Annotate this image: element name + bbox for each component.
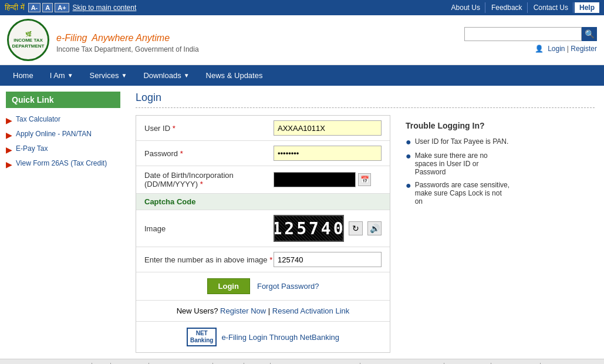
nav-downloads[interactable]: Downloads ▼ xyxy=(135,65,197,86)
search-bar: 🔍 xyxy=(464,27,597,41)
list-item: ▶ Apply Online - PAN/TAN xyxy=(6,127,120,142)
nav-services[interactable]: Services ▼ xyxy=(82,65,136,86)
about-us-link[interactable]: About Us xyxy=(447,2,485,13)
font-normal-button[interactable]: A xyxy=(42,3,53,12)
tax-calculator-link[interactable]: Tax Calculator xyxy=(16,115,60,123)
top-bar-right: About Us Feedback Contact Us Help xyxy=(447,2,599,13)
list-item: ▶ E-Pay Tax xyxy=(6,142,120,157)
feedback-link[interactable]: Feedback xyxy=(487,2,528,13)
login-title: Login xyxy=(136,92,595,108)
government-logo: 🌿INCOME TAXDEPARTMENT xyxy=(7,19,49,61)
logo-subtitle: Income Tax Department, Government of Ind… xyxy=(56,45,199,53)
bullet-icon: ● xyxy=(406,181,411,190)
bullet-icon: ● xyxy=(406,137,411,147)
dob-row: Date of Birth/Incorporation (DD/MM/YYYY)… xyxy=(136,166,390,194)
chevron-down-icon: ▼ xyxy=(121,72,127,79)
register-now-link[interactable]: Register Now xyxy=(220,306,266,315)
font-decrease-button[interactable]: A- xyxy=(28,3,41,12)
apply-pan-tan-link[interactable]: Apply Online - PAN/TAN xyxy=(16,130,92,138)
password-label: Password * xyxy=(144,149,274,158)
user-icon: 👤 xyxy=(535,45,544,53)
captcha-refresh-button[interactable]: ↻ xyxy=(349,221,363,235)
new-users-row: New Users? Register Now | Resend Activat… xyxy=(136,301,390,322)
e-pay-tax-link[interactable]: E-Pay Tax xyxy=(16,144,48,153)
captcha-image: 125740 xyxy=(274,215,344,242)
chevron-down-icon: ▼ xyxy=(68,72,73,79)
trouble-title: Trouble Logging In? xyxy=(406,121,511,130)
bullet-icon: ▶ xyxy=(6,160,12,169)
top-bar: हिन्दी में A- A A+ Skip to main content … xyxy=(0,0,604,15)
captcha-audio-button[interactable]: 🔊 xyxy=(367,221,382,235)
netbanking-row: NET Banking e-Filing Login Through NetBa… xyxy=(136,322,390,352)
content-area: Quick Link ▶ Tax Calculator ▶ Apply Onli… xyxy=(0,86,604,359)
captcha-image-row: Image 125740 ↻ 🔊 xyxy=(136,210,390,247)
netbanking-link[interactable]: e-Filing Login Through NetBanking xyxy=(221,333,339,342)
list-item: ▶ View Form 26AS (Tax Credit) xyxy=(6,157,120,171)
list-item: ● Make sure there are no spaces in User … xyxy=(406,149,511,178)
tagline: Anywhere Anytime xyxy=(92,33,170,43)
login-link[interactable]: Login xyxy=(548,45,565,53)
dob-input[interactable] xyxy=(274,172,356,187)
captcha-section-header: Captcha Code xyxy=(136,194,390,210)
logo-text-block: e-Filing Anywhere Anytime Income Tax Dep… xyxy=(56,26,199,53)
main-content: Login User ID * Password * xyxy=(126,86,604,359)
password-row: Password * xyxy=(136,141,390,166)
hindi-text: हिन्दी में xyxy=(5,3,25,12)
list-item: ● Passwords are case sensitive, make sur… xyxy=(406,178,511,208)
bullet-icon: ● xyxy=(406,151,411,161)
help-link[interactable]: Help xyxy=(575,2,599,13)
bullet-icon: ▶ xyxy=(6,130,12,140)
header: 🌿INCOME TAXDEPARTMENT e-Filing Anywhere … xyxy=(0,15,604,65)
user-id-row: User ID * xyxy=(136,116,390,141)
contact-us-link[interactable]: Contact Us xyxy=(529,2,573,13)
image-label: Image xyxy=(144,224,274,233)
resend-activation-link[interactable]: Resend Activation Link xyxy=(272,306,350,315)
header-right: 🔍 👤 Login | Register xyxy=(464,27,597,53)
bullet-icon: ▶ xyxy=(6,145,12,154)
date-input-group: 📅 xyxy=(274,172,371,187)
required-marker: * xyxy=(200,180,203,188)
search-button[interactable]: 🔍 xyxy=(582,27,597,41)
list-item: ● User ID for Tax Payee is PAN. xyxy=(406,135,511,149)
login-register-links: 👤 Login | Register xyxy=(535,45,597,53)
register-link[interactable]: Register xyxy=(571,45,597,53)
trouble-box: Trouble Logging In? ● User ID for Tax Pa… xyxy=(400,115,517,353)
nav-news-updates[interactable]: News & Updates xyxy=(198,65,271,86)
forgot-password-link[interactable]: Forgot Password? xyxy=(257,282,319,291)
captcha-input-row: Enter the number as in above image * xyxy=(136,247,390,272)
navbar: Home I Am ▼ Services ▼ Downloads ▼ News … xyxy=(0,65,604,86)
login-button[interactable]: Login xyxy=(207,278,250,294)
view-form-26as-link[interactable]: View Form 26AS (Tax Credit) xyxy=(16,159,107,167)
required-marker: * xyxy=(180,149,183,158)
password-input[interactable] xyxy=(274,146,382,161)
captcha-image-box: 125740 ↻ 🔊 xyxy=(274,215,382,242)
search-input[interactable] xyxy=(464,27,582,41)
top-bar-left: हिन्दी में A- A A+ Skip to main content xyxy=(5,3,136,12)
login-form: User ID * Password * Date of B xyxy=(136,115,390,353)
user-id-input[interactable] xyxy=(274,120,382,136)
netbanking-badge: NET Banking xyxy=(187,328,217,346)
sidebar: Quick Link ▶ Tax Calculator ▶ Apply Onli… xyxy=(0,86,126,359)
header-logo: 🌿INCOME TAXDEPARTMENT e-Filing Anywhere … xyxy=(7,19,199,61)
nav-i-am[interactable]: I Am ▼ xyxy=(42,65,82,86)
efiling-title: e-Filing Anywhere Anytime xyxy=(56,26,199,45)
list-item: ▶ Tax Calculator xyxy=(6,113,120,127)
dob-label: Date of Birth/Incorporation (DD/MM/YYYY)… xyxy=(144,171,274,188)
quick-link-title: Quick Link xyxy=(6,92,120,108)
enter-number-label: Enter the number as in above image * xyxy=(144,255,274,264)
nav-home[interactable]: Home xyxy=(5,65,42,86)
skip-main-content-link[interactable]: Skip to main content xyxy=(73,4,137,12)
footer: Hyperlinking Policy RTI Grievance IRS Of… xyxy=(0,359,604,364)
form-buttons-row: Login Forgot Password? xyxy=(136,272,390,301)
login-area: User ID * Password * Date of B xyxy=(136,115,595,353)
captcha-input[interactable] xyxy=(274,252,382,267)
chevron-down-icon: ▼ xyxy=(184,72,190,79)
trouble-list: ● User ID for Tax Payee is PAN. ● Make s… xyxy=(406,135,511,208)
user-id-label: User ID * xyxy=(144,124,274,133)
quick-link-list: ▶ Tax Calculator ▶ Apply Online - PAN/TA… xyxy=(6,113,120,171)
font-size-controls: A- A A+ xyxy=(28,3,69,12)
bullet-icon: ▶ xyxy=(6,116,12,125)
required-marker: * xyxy=(173,124,176,133)
font-increase-button[interactable]: A+ xyxy=(55,3,69,12)
calendar-icon[interactable]: 📅 xyxy=(358,173,371,186)
